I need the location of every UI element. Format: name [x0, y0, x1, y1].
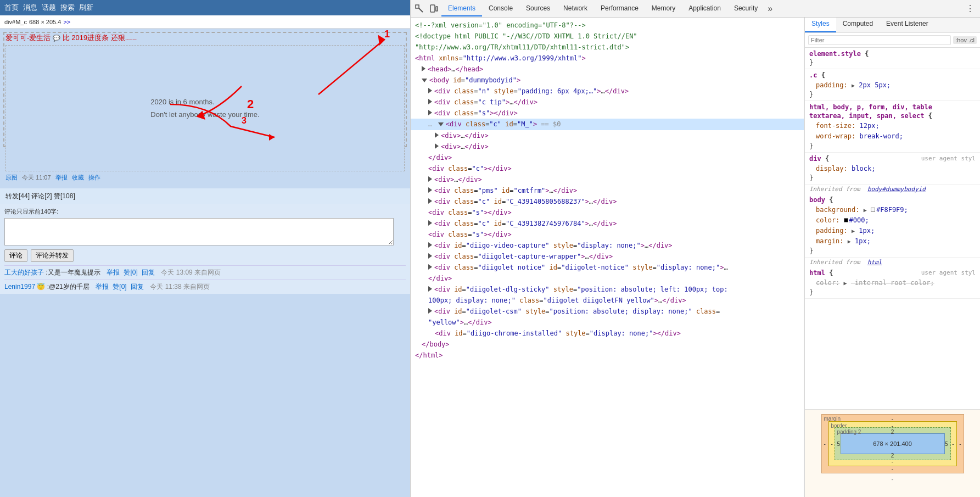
- tab-performance[interactable]: Performance: [594, 1, 645, 16]
- dom-line[interactable]: <div id="diigo-video-capture" style="dis…: [411, 240, 804, 251]
- style-selector-2: textarea, input, span, select {: [809, 112, 976, 120]
- styles-panel: Styles Computed Event Listener :hov .cl …: [804, 18, 980, 497]
- tab-console[interactable]: Console: [482, 1, 519, 16]
- box-padding-top: 2: [891, 429, 894, 435]
- comment-content-1: :又是一年魔鬼提示: [46, 269, 100, 276]
- dom-line[interactable]: <!doctype html PUBLIC "-//W3C//DTD XHTML…: [411, 31, 804, 42]
- style-close-brace: }: [809, 59, 976, 66]
- nav-refresh[interactable]: 刷新: [79, 3, 93, 13]
- dom-line[interactable]: <div class="c" id="C_4391382745976784">……: [411, 218, 804, 229]
- dom-line[interactable]: <div>…</div>: [411, 141, 804, 152]
- dom-line[interactable]: <div class="pms" id="cmtfrm">…</div>: [411, 185, 804, 196]
- element-link[interactable]: >>: [63, 19, 70, 25]
- nav-search[interactable]: 搜索: [60, 3, 75, 13]
- tab-styles[interactable]: Styles: [805, 18, 836, 32]
- dom-line[interactable]: <div class="diigolet-capture-wrapper">…<…: [411, 251, 804, 262]
- comment-reply-2[interactable]: 回复: [131, 283, 144, 291]
- dom-line[interactable]: "yellow">…</div>: [411, 317, 804, 328]
- dom-line[interactable]: "http://www.w3.org/TR/xhtml11/DTD/xhtml1…: [411, 42, 804, 53]
- style-block-div: div { user agent styl display: block; }: [805, 153, 980, 185]
- tab-sources[interactable]: Sources: [519, 1, 557, 16]
- comment-reply-1[interactable]: 回复: [142, 269, 155, 276]
- tab-computed[interactable]: Computed: [836, 18, 880, 32]
- comment-like-1[interactable]: 赞[0]: [124, 269, 137, 276]
- dom-line[interactable]: 100px; display: none;" class="diigolet d…: [411, 295, 804, 306]
- box-margin: margin - - - - border - - - -: [821, 414, 964, 473]
- dom-line[interactable]: <div class="s"></div>: [411, 207, 804, 218]
- devtools-inspect-button[interactable]: [413, 2, 426, 15]
- dom-selected-line[interactable]: … <div class="c" id="M_"> == $0: [411, 119, 804, 130]
- styles-filter-input[interactable]: [808, 35, 951, 45]
- style-block-html: html { user agent styl color: ▶ -interna…: [805, 267, 980, 299]
- style-inherited-html-label: Inherited from html: [805, 258, 980, 267]
- post-operate-link[interactable]: 操作: [88, 174, 100, 182]
- dom-line[interactable]: </html>: [411, 350, 804, 361]
- devtools-more-tabs-button[interactable]: »: [764, 4, 776, 14]
- comment-input[interactable]: [4, 218, 394, 245]
- comment-time-2: 今天 11:38: [150, 283, 181, 291]
- comment-publish-button[interactable]: 评论并转发: [31, 249, 74, 262]
- post-time: 今天 11:07: [22, 174, 51, 182]
- dom-line[interactable]: <div>…</div>: [411, 130, 804, 141]
- style-prop-line: font-size: 12px;: [809, 121, 976, 131]
- post-collect-link[interactable]: 收藏: [72, 174, 84, 182]
- devtools-tab-bar: Elements Console Sources Network Perform…: [441, 1, 961, 16]
- dom-line[interactable]: <div class="diigolet notice" id="diigole…: [411, 262, 804, 273]
- comment-item-1: 工大的好孩子 :又是一年魔鬼提示 举报 赞[0] 回复 今天 13:09 来自网…: [4, 265, 406, 280]
- tab-event-listeners[interactable]: Event Listener: [880, 18, 935, 32]
- dom-line[interactable]: <html xmlns="http://www.w3.org/1999/xhtm…: [411, 53, 804, 64]
- box-border: border - - - - padding 2 2 2 5: [828, 421, 957, 466]
- comment-report-1[interactable]: 举报: [107, 269, 120, 276]
- dom-line[interactable]: <div class="n" style="padding: 6px 4px;……: [411, 86, 804, 97]
- box-padding-label: padding 2: [837, 429, 861, 435]
- post-original-link[interactable]: 原图: [5, 174, 18, 182]
- dom-line[interactable]: <div class="s"></div>: [411, 229, 804, 240]
- dom-line[interactable]: <body id="dummybodyid">: [411, 75, 804, 86]
- style-close-brace: }: [809, 288, 976, 296]
- dom-line[interactable]: <div class="c"></div>: [411, 163, 804, 174]
- box-padding-bottom: 2: [891, 453, 894, 459]
- post-subtitle: 比 2019进度条 还狠......: [63, 33, 137, 42]
- dom-line[interactable]: <div id="diigo-chrome-installed" style="…: [411, 328, 804, 339]
- style-selector: div {: [809, 155, 829, 163]
- comment-author-2[interactable]: Lenin1997: [4, 283, 35, 291]
- styles-pseudo-button[interactable]: :hov .cl: [953, 36, 977, 44]
- dom-line[interactable]: </div>: [411, 152, 804, 163]
- post-title: 爱可可-爱生活 💬 比 2019进度条 还狠......: [5, 33, 405, 43]
- dom-line[interactable]: </body>: [411, 339, 804, 350]
- comment-like-2[interactable]: 赞[0]: [113, 283, 126, 291]
- tab-elements[interactable]: Elements: [441, 1, 482, 16]
- devtools-settings-button[interactable]: ⋮: [962, 3, 978, 14]
- comment-submit-button[interactable]: 评论: [4, 249, 27, 262]
- post-stats: 转发[44] 评论[2] 赞[108]: [5, 189, 405, 203]
- style-selector: element.style {: [809, 50, 976, 58]
- comment-report-2[interactable]: 举报: [96, 283, 109, 291]
- tab-memory[interactable]: Memory: [645, 1, 682, 16]
- nav-home[interactable]: 首页: [4, 3, 19, 13]
- dom-line[interactable]: <div class="c tip">…</div>: [411, 97, 804, 108]
- dom-line[interactable]: <!--?xml version="1.0" encoding="UTF-8"?…: [411, 20, 804, 31]
- style-selector: html {: [809, 269, 833, 277]
- dom-line[interactable]: </div>: [411, 273, 804, 284]
- dom-line[interactable]: <div>…</div>: [411, 174, 804, 185]
- dom-line[interactable]: <div class="s"></div>: [411, 108, 804, 119]
- post-author-link[interactable]: 爱可可-爱生活: [5, 33, 51, 42]
- style-block-element: element.style { }: [805, 48, 980, 69]
- style-close-brace: }: [809, 142, 976, 150]
- post-report-link[interactable]: 举报: [55, 174, 68, 182]
- dom-line[interactable]: <div id="diigolet-csm" style="position: …: [411, 306, 804, 317]
- dom-line[interactable]: <div class="c" id="C_4391405805688237">……: [411, 196, 804, 207]
- element-selector: div#M_c: [4, 19, 27, 25]
- devtools-device-button[interactable]: [427, 2, 440, 15]
- nav-messages[interactable]: 消息: [23, 3, 37, 13]
- element-info-bar: div#M_c 688 × 205.4 >>: [0, 15, 410, 29]
- dom-panel[interactable]: <!--?xml version="1.0" encoding="UTF-8"?…: [411, 18, 804, 497]
- dom-line[interactable]: <head>…</head>: [411, 64, 804, 75]
- tab-security[interactable]: Security: [727, 1, 764, 16]
- comment-author-1[interactable]: 工大的好孩子: [4, 269, 44, 276]
- tab-network[interactable]: Network: [557, 1, 594, 16]
- tab-application[interactable]: Application: [682, 1, 727, 16]
- nav-topics[interactable]: 话题: [42, 3, 56, 13]
- dom-line[interactable]: <div id="diigolet-dlg-sticky" style="pos…: [411, 284, 804, 295]
- style-prop-line: background: ▶ #F8F9F9;: [809, 205, 976, 215]
